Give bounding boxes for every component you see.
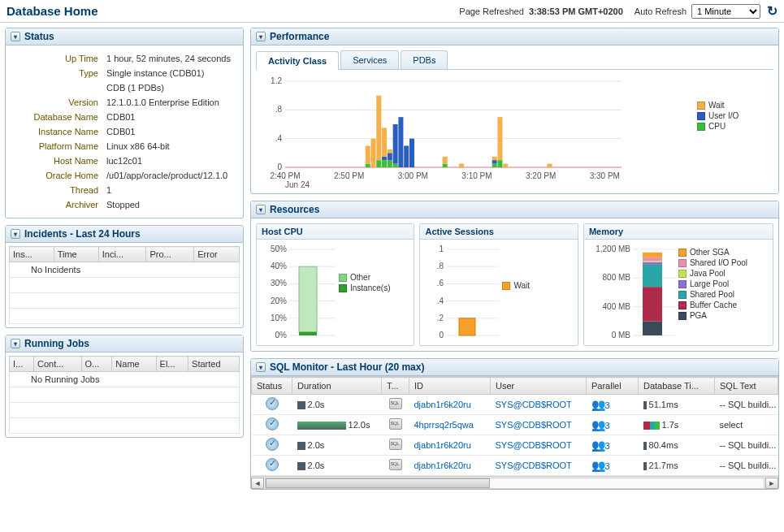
page-header: Database Home Page Refreshed 3:38:53 PM … — [0, 0, 784, 23]
jobs-col-header[interactable]: Cont... — [34, 357, 82, 372]
scroll-right-icon[interactable]: ► — [765, 478, 778, 489]
jobs-col-header[interactable]: Name — [112, 357, 156, 372]
status-label: Archiver — [12, 198, 102, 211]
status-title: Status — [24, 31, 54, 42]
status-label: Type — [12, 67, 102, 80]
jobs-col-header[interactable]: El... — [156, 357, 188, 372]
svg-rect-35 — [492, 164, 497, 167]
collapse-icon[interactable]: ▾ — [256, 205, 266, 214]
sql-col-header[interactable]: ID — [409, 378, 491, 395]
tab-pdbs[interactable]: PDBs — [401, 50, 448, 69]
svg-rect-28 — [393, 124, 398, 164]
parallel-count[interactable]: 3 — [605, 461, 610, 471]
svg-rect-37 — [492, 157, 497, 160]
sql-row[interactable]: 12.0s4hprrsq2r5qwaSYS@CDB$ROOT👥3 1.7ssel… — [252, 415, 778, 435]
collapse-icon[interactable]: ▾ — [256, 32, 266, 41]
performance-title: Performance — [270, 31, 329, 42]
sql-text: select — [715, 415, 778, 435]
parallel-icon: 👥 — [591, 459, 605, 472]
sql-monitor-panel: ▾ SQL Monitor - Last Hour (20 max) Statu… — [250, 358, 779, 490]
incidents-col-header[interactable]: Ins... — [10, 247, 54, 262]
svg-text:Jun 24: Jun 24 — [285, 180, 310, 189]
collapse-icon[interactable]: ▾ — [11, 339, 20, 348]
horizontal-scrollbar[interactable]: ◄ ► — [251, 476, 778, 489]
running-jobs-table: I...Cont...O...NameEl...Started No Runni… — [9, 356, 240, 434]
tab-activity-class[interactable]: Activity Class — [256, 51, 339, 70]
svg-rect-77 — [643, 322, 662, 335]
sql-user-link[interactable]: SYS@CDB$ROOT — [496, 400, 572, 409]
collapse-icon[interactable]: ▾ — [11, 229, 20, 239]
activity-chart: 0.4.81.22:40 PM2:50 PM3:00 PM3:10 PM3:20… — [259, 76, 697, 190]
auto-refresh-select[interactable]: 1 Minute — [691, 4, 760, 19]
svg-text:3:10 PM: 3:10 PM — [461, 171, 492, 180]
svg-text:0: 0 — [277, 162, 282, 171]
svg-rect-22 — [382, 157, 387, 160]
svg-rect-18 — [370, 139, 375, 167]
sql-col-header[interactable]: Parallel — [587, 378, 639, 395]
svg-text:10%: 10% — [271, 314, 287, 322]
sql-id-link[interactable]: djabn1r6k20ru — [414, 461, 471, 470]
resources-title: Resources — [270, 204, 319, 215]
sql-col-header[interactable]: Status — [252, 378, 292, 395]
sql-user-link[interactable]: SYS@CDB$ROOT — [496, 420, 572, 430]
svg-text:50%: 50% — [271, 244, 287, 253]
sql-col-header[interactable]: T... — [382, 378, 409, 395]
sql-row[interactable]: 2.0sdjabn1r6k20ruSYS@CDB$ROOT👥3 21.7ms--… — [252, 456, 778, 476]
parallel-count[interactable]: 3 — [605, 441, 610, 451]
svg-rect-82 — [643, 257, 662, 262]
incidents-col-header[interactable]: Inci... — [98, 247, 146, 262]
status-label: Version — [12, 96, 102, 109]
duration-bar — [297, 442, 305, 450]
svg-rect-83 — [643, 253, 662, 257]
refresh-icon[interactable]: ↻ — [767, 3, 778, 19]
status-ok-icon — [266, 417, 279, 430]
legend-item: Instance(s) — [339, 283, 390, 292]
sql-col-header[interactable]: Database Ti... — [639, 378, 715, 395]
sql-col-header[interactable]: Duration — [292, 378, 382, 395]
sql-user-link[interactable]: SYS@CDB$ROOT — [496, 440, 572, 450]
collapse-icon[interactable]: ▾ — [11, 32, 20, 41]
svg-rect-81 — [643, 261, 662, 262]
incidents-col-header[interactable]: Error — [194, 247, 240, 262]
parallel-count[interactable]: 3 — [605, 400, 610, 410]
parallel-count[interactable]: 3 — [605, 421, 610, 430]
incidents-panel: ▾ Incidents - Last 24 Hours Ins...TimeIn… — [5, 225, 244, 328]
svg-rect-32 — [443, 164, 448, 167]
sql-row[interactable]: 2.0sdjabn1r6k20ruSYS@CDB$ROOT👥3 80.4ms--… — [252, 435, 778, 456]
svg-rect-27 — [393, 164, 398, 167]
legend-item: Wait — [697, 101, 770, 110]
duration-bar — [297, 401, 305, 409]
svg-text:40%: 40% — [271, 262, 287, 270]
running-jobs-panel: ▾ Running Jobs I...Cont...O...NameEl...S… — [5, 335, 244, 438]
jobs-col-header[interactable]: O... — [81, 357, 112, 372]
svg-text:.4: .4 — [437, 296, 444, 305]
svg-rect-25 — [388, 153, 392, 160]
incidents-table: Ins...TimeInci...Pro...Error No Incident… — [9, 246, 240, 324]
sql-col-header[interactable]: User — [491, 378, 587, 395]
scroll-left-icon[interactable]: ◄ — [251, 478, 264, 489]
parallel-icon: 👥 — [591, 418, 605, 431]
performance-panel: ▾ Performance Activity ClassServicesPDBs… — [250, 28, 779, 194]
status-label: Up Time — [12, 52, 102, 65]
svg-rect-31 — [409, 139, 414, 167]
running-jobs-title: Running Jobs — [24, 338, 89, 349]
sql-user-link[interactable]: SYS@CDB$ROOT — [496, 461, 572, 470]
svg-rect-30 — [404, 146, 409, 168]
collapse-icon[interactable]: ▾ — [256, 362, 266, 372]
status-ok-icon — [266, 458, 279, 471]
sql-id-link[interactable]: djabn1r6k20ru — [414, 400, 471, 409]
sql-col-header[interactable]: SQL Text — [715, 378, 778, 395]
sql-row[interactable]: 2.0sdjabn1r6k20ruSYS@CDB$ROOT👥3 51.1ms--… — [252, 395, 778, 415]
incidents-col-header[interactable]: Pro... — [146, 247, 194, 262]
svg-rect-80 — [643, 262, 662, 265]
svg-rect-39 — [497, 117, 502, 160]
sql-id-link[interactable]: djabn1r6k20ru — [414, 440, 471, 450]
status-label — [12, 81, 102, 94]
tab-services[interactable]: Services — [340, 50, 399, 69]
jobs-col-header[interactable]: Started — [188, 357, 240, 372]
status-value: CDB01 — [103, 125, 236, 138]
jobs-col-header[interactable]: I... — [10, 357, 34, 372]
incidents-col-header[interactable]: Time — [54, 247, 98, 262]
sql-id-link[interactable]: 4hprrsq2r5qwa — [414, 420, 474, 430]
svg-text:.8: .8 — [437, 262, 444, 270]
